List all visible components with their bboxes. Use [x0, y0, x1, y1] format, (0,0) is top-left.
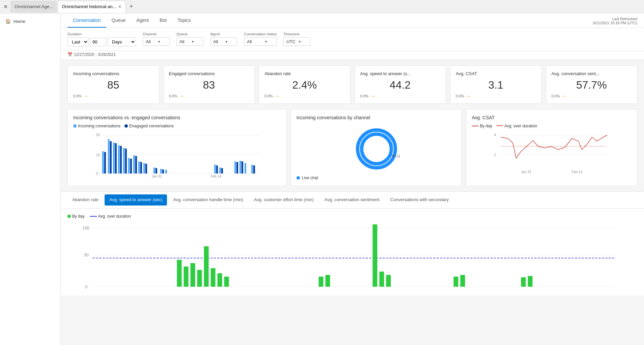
tab-queue[interactable]: Queue: [106, 13, 131, 28]
svg-rect-38: [251, 165, 253, 174]
kpi-change: 0.0%: [360, 94, 369, 98]
kpi-value: 85: [73, 79, 153, 91]
svg-text:4: 4: [494, 133, 496, 137]
content-area: Conversation Queue Agent Bot Topics Last…: [61, 13, 644, 345]
kpi-title: Engaged conversations: [169, 71, 249, 76]
svg-rect-19: [135, 156, 137, 174]
kpi-title: Avg. CSAT: [456, 71, 536, 76]
tab-label: Omnichannel historical an...: [62, 4, 116, 9]
add-tab-button[interactable]: +: [127, 2, 136, 11]
svg-rect-9: [110, 141, 112, 174]
duration-filter: Duration Last Days: [67, 32, 136, 46]
conversation-status-select[interactable]: All▾: [244, 37, 277, 46]
svg-rect-25: [156, 168, 157, 174]
svg-rect-29: [214, 165, 216, 174]
bottom-tab-handle-time[interactable]: Avg. conversation handle time (min): [168, 194, 248, 206]
svg-rect-69: [373, 224, 377, 287]
svg-rect-21: [140, 162, 142, 174]
svg-text:100: 100: [83, 226, 89, 230]
channel-select[interactable]: All▾: [143, 37, 170, 46]
bottom-tab-effort-time[interactable]: Avg. customer effort time (min): [249, 194, 318, 206]
tab-topics[interactable]: Topics: [172, 13, 196, 28]
menu-icon[interactable]: ≡: [1, 2, 10, 11]
svg-rect-64: [211, 268, 216, 287]
svg-text:Jan 31: Jan 31: [521, 170, 531, 174]
svg-rect-36: [242, 161, 243, 174]
svg-text:10: 10: [96, 153, 100, 157]
svg-rect-28: [165, 170, 167, 174]
kpi-section: Incoming conversations 85 0.0% — Engaged…: [61, 60, 644, 109]
svg-rect-72: [454, 277, 458, 287]
bottom-tab-avg-speed[interactable]: Avg. speed to answer (sec): [105, 194, 167, 206]
kpi-change: 0.0%: [264, 94, 273, 98]
queue-select[interactable]: All▾: [176, 37, 203, 46]
svg-rect-37: [245, 163, 246, 174]
sidebar: 🏠 Home: [0, 13, 61, 345]
svg-rect-20: [138, 161, 140, 174]
last-refreshed: Last Refreshed 3/21/2021 10:18 PM (UTC): [593, 14, 637, 28]
tab-bot[interactable]: Bot: [154, 13, 172, 28]
csat-legend-byday: By day: [480, 124, 492, 128]
timezone-select[interactable]: UTC▾: [283, 37, 310, 46]
agent-label: Agent: [210, 32, 237, 36]
bottom-tab-secondary[interactable]: Conversations with secondary: [386, 194, 453, 206]
svg-rect-73: [460, 275, 465, 287]
svg-rect-32: [221, 168, 223, 174]
svg-rect-70: [380, 272, 384, 287]
bottom-tab-sentiment[interactable]: Avg. conversation sentiment: [320, 194, 384, 206]
vs-chart-title: Incoming conversations vs. engaged conve…: [73, 115, 281, 120]
vs-legend-incoming: Incoming conversations: [78, 124, 120, 128]
duration-value-input[interactable]: [90, 38, 106, 46]
vs-chart-card: Incoming conversations vs. engaged conve…: [67, 109, 287, 186]
svg-text:Feb 14: Feb 14: [572, 170, 583, 174]
home-icon: 🏠: [5, 19, 11, 24]
channel-filter: Channel All▾: [143, 32, 170, 46]
bottom-chart-area: By day Avg. over duration 100 50 0: [61, 209, 644, 295]
kpi-trend: —: [84, 94, 88, 98]
nav-tabs: Conversation Queue Agent Bot Topics: [67, 13, 196, 28]
bottom-tabs-bar: Abandon rate Avg. speed to answer (sec) …: [61, 191, 644, 209]
svg-rect-15: [125, 149, 127, 174]
svg-rect-65: [218, 273, 222, 287]
bottom-tab-abandon[interactable]: Abandon rate: [67, 194, 103, 206]
svg-rect-24: [153, 167, 155, 174]
calendar-icon: 📅: [67, 52, 73, 57]
bottom-legend-byday: By day: [72, 214, 85, 219]
timezone-label: Timezone: [283, 32, 310, 36]
kpi-trend: —: [371, 94, 375, 98]
date-range: 📅 12/27/2020 - 3/26/2021: [61, 51, 644, 60]
svg-rect-22: [143, 163, 145, 174]
tab-conversation[interactable]: Conversation: [67, 13, 106, 28]
svg-rect-27: [162, 169, 164, 174]
svg-text:Feb 14: Feb 14: [211, 175, 222, 178]
duration-unit-select[interactable]: Days: [108, 37, 136, 46]
tab-omnichannel-historical[interactable]: Omnichannel historical an... ✕: [58, 1, 126, 13]
kpi-card-csat: Avg. CSAT 3.1 0.0% —: [450, 65, 542, 104]
avg-csat-chart-card: Avg. CSAT By day Avg. over duration 4 2: [466, 109, 637, 186]
duration-preset-select[interactable]: Last: [67, 37, 89, 46]
sidebar-item-home[interactable]: 🏠 Home: [0, 16, 60, 27]
svg-rect-30: [216, 165, 218, 174]
tab-omnichannel-agent[interactable]: Omnichannel Age...: [10, 1, 57, 13]
kpi-change: 0.0%: [169, 94, 177, 98]
kpi-title: Avg. speed to answer (s...: [360, 71, 441, 76]
svg-rect-10: [113, 143, 115, 174]
agent-select[interactable]: All▾: [210, 37, 237, 46]
close-icon[interactable]: ✕: [118, 4, 121, 9]
kpi-card-engaged: Engaged conversations 83 0.0% —: [163, 65, 255, 104]
svg-rect-12: [118, 145, 120, 174]
svg-rect-23: [145, 164, 147, 174]
svg-rect-11: [115, 143, 117, 174]
svg-rect-31: [219, 167, 221, 174]
svg-text:20: 20: [96, 133, 100, 137]
tab-agent[interactable]: Agent: [131, 13, 155, 28]
svg-rect-68: [326, 275, 330, 287]
kpi-title: Avg. conversation sent...: [552, 71, 632, 76]
charts-row: Incoming conversations vs. engaged conve…: [61, 109, 644, 191]
kpi-trend: —: [563, 94, 566, 98]
csat-legend-avg: Avg. over duration: [504, 124, 537, 128]
live-chat-legend: Live chat: [302, 176, 318, 180]
conversation-status-label: Conversation status: [244, 32, 277, 36]
kpi-value: 2.4%: [264, 79, 345, 91]
vs-bar-chart: 20 10 0: [73, 131, 281, 178]
